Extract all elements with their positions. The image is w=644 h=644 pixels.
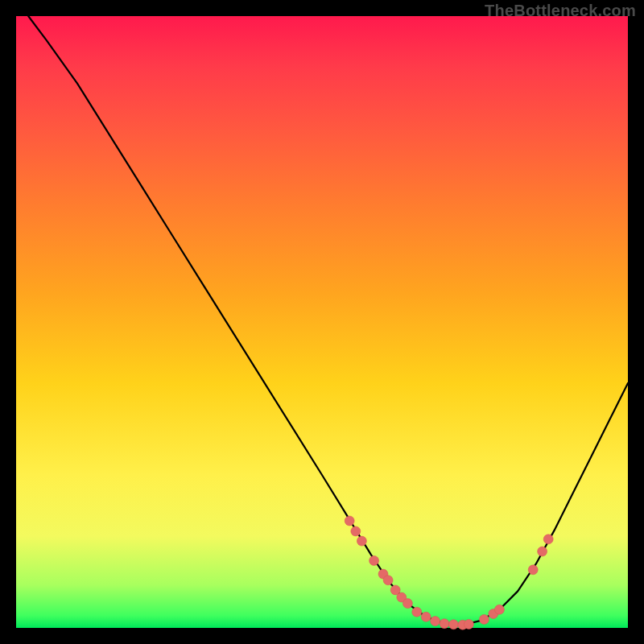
data-point	[543, 535, 553, 544]
data-point	[464, 619, 473, 629]
data-point	[421, 612, 431, 621]
data-point	[440, 619, 449, 629]
data-point	[528, 565, 538, 575]
data-point	[494, 605, 504, 614]
data-point	[345, 516, 354, 526]
data-point	[357, 536, 366, 546]
data-point	[412, 607, 422, 617]
watermark: TheBottleneck.com	[485, 2, 636, 20]
data-point	[431, 617, 440, 626]
data-point	[448, 620, 458, 630]
highlight-points	[345, 516, 553, 630]
data-point	[402, 599, 412, 609]
data-point	[383, 576, 393, 585]
chart-frame: TheBottleneck.com	[0, 0, 644, 644]
data-point	[538, 547, 547, 556]
data-point	[369, 555, 379, 565]
curve-svg	[16, 16, 628, 628]
data-point	[351, 526, 361, 536]
data-point	[479, 614, 489, 624]
bottleneck-curve	[28, 16, 628, 625]
plot-area	[16, 16, 628, 628]
